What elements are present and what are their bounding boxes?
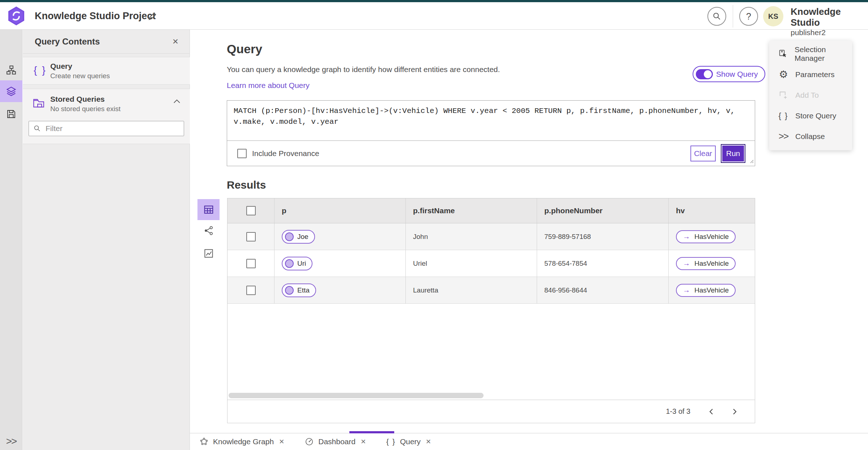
user-info: Knowledge Studio publisher2 [791, 7, 868, 37]
horizontal-scrollbar[interactable] [229, 393, 484, 398]
node-icon [285, 259, 294, 268]
column-header-phonenumber[interactable]: p.phoneNumber [544, 206, 603, 215]
table-icon [203, 204, 214, 215]
pagination-bar: 1-3 of 3 [227, 400, 755, 423]
rail-save-button[interactable] [0, 103, 22, 125]
column-header-hv[interactable]: hv [676, 206, 685, 215]
dashboard-gauge-icon [305, 437, 314, 446]
rail-layers-button[interactable] [0, 80, 22, 102]
menu-item-add-to[interactable]: Add To [769, 85, 852, 105]
node-pill[interactable]: Etta [282, 283, 316, 297]
add-to-icon [778, 91, 789, 100]
filter-input[interactable] [46, 124, 176, 133]
edit-title-button[interactable] [145, 9, 158, 22]
app-window: Knowledge Studio Project ? KS Knowledge … [0, 0, 868, 450]
query-item-sublabel: Create new queries [50, 72, 110, 80]
resize-handle-icon[interactable] [749, 159, 754, 165]
edge-label: HasVehicle [694, 260, 729, 268]
stored-queries-label: Stored Queries [50, 95, 120, 104]
learn-more-link[interactable]: Learn more about Query [227, 81, 310, 90]
table-empty-area [227, 304, 755, 399]
help-button[interactable]: ? [739, 7, 758, 26]
node-pill[interactable]: Uri [282, 257, 312, 270]
network-icon [203, 225, 214, 236]
query-contents-panel: Query Contents ✕ { } Query Create new qu… [23, 30, 190, 450]
avatar-initials: KS [768, 12, 778, 21]
edge-pill[interactable]: →HasVehicle [676, 230, 736, 243]
graph-view-button[interactable] [203, 225, 214, 236]
table-view-button[interactable] [197, 199, 220, 220]
node-label: Joe [297, 233, 309, 241]
menu-item-parameters[interactable]: ⚙ Parameters [769, 64, 852, 85]
table-row[interactable]: Uri Uriel 578-654-7854 →HasVehicle [227, 250, 755, 277]
stored-queries-sublabel: No stored queries exist [50, 105, 120, 113]
node-icon [285, 286, 294, 295]
toggle-switch[interactable] [696, 69, 713, 79]
run-button[interactable]: Run [721, 144, 745, 163]
tab-label: Dashboard [318, 437, 356, 446]
rail-expand-button[interactable]: >> [0, 436, 22, 447]
menu-item-label: Selection Manager [795, 45, 852, 63]
chevron-right-icon [731, 408, 738, 415]
rail-hierarchy-button[interactable] [0, 59, 22, 81]
edge-pill[interactable]: →HasVehicle [676, 257, 736, 270]
tab-knowledge-graph[interactable]: Knowledge Graph ✕ [198, 433, 286, 450]
include-provenance-checkbox[interactable] [237, 149, 247, 158]
node-pill[interactable]: Joe [282, 230, 315, 244]
tab-label: Query [400, 437, 421, 446]
query-item-label: Query [50, 62, 110, 71]
previous-page-button[interactable] [704, 404, 719, 419]
column-header-firstname[interactable]: p.firstName [413, 206, 455, 215]
cell-phonenumber: 759-889-57168 [544, 233, 591, 241]
panel-close-button[interactable]: ✕ [170, 36, 181, 47]
chevron-up-icon [173, 98, 181, 104]
close-icon[interactable]: ✕ [426, 438, 431, 446]
row-checkbox[interactable] [246, 259, 256, 268]
column-header-p[interactable]: p [282, 206, 286, 215]
edge-arrow-icon: → [683, 232, 690, 241]
toggle-label: Show Query [716, 70, 758, 79]
collapse-section-button[interactable] [173, 98, 181, 106]
edge-label: HasVehicle [694, 286, 729, 294]
menu-item-selection-manager[interactable]: Selection Manager [769, 43, 852, 64]
node-label: Etta [297, 286, 310, 294]
knowledge-graph-icon [199, 437, 209, 446]
menu-item-collapse[interactable]: >> Collapse [769, 126, 852, 147]
braces-icon: { } [778, 111, 789, 121]
close-icon[interactable]: ✕ [279, 438, 284, 446]
page-description: You can query a knowledge graph to ident… [227, 65, 500, 74]
cell-firstname: John [413, 233, 428, 241]
filter-field [29, 121, 184, 136]
menu-item-store-query[interactable]: { } Store Query [769, 105, 852, 126]
chevron-left-icon [708, 408, 715, 415]
sidebar-item-query[interactable]: { } Query Create new queries [23, 57, 190, 85]
show-query-toggle[interactable]: Show Query [693, 66, 765, 82]
table-row[interactable]: Joe John 759-889-57168 →HasVehicle [227, 223, 755, 250]
edge-arrow-icon: → [683, 286, 690, 294]
left-icon-rail: >> [0, 30, 22, 450]
tab-query[interactable]: { } Query ✕ [385, 433, 433, 450]
select-all-checkbox[interactable] [246, 206, 256, 215]
query-toolbar: Include Provenance Clear Run [227, 141, 755, 166]
topbar: Knowledge Studio Project ? KS Knowledge … [0, 2, 868, 30]
table-header-row: p p.firstName p.phoneNumber hv [227, 198, 755, 223]
clear-button[interactable]: Clear [690, 146, 716, 161]
query-textarea[interactable]: MATCH (p:Person)-[hv:HasVehicle]->(v:Veh… [227, 101, 755, 141]
row-checkbox[interactable] [246, 286, 256, 295]
user-avatar[interactable]: KS [763, 6, 783, 26]
tab-dashboard[interactable]: Dashboard ✕ [303, 433, 367, 450]
project-title: Knowledge Studio Project [35, 2, 156, 30]
search-icon [33, 125, 41, 133]
table-row[interactable]: Etta Lauretta 846-956-8644 →HasVehicle [227, 277, 755, 304]
close-icon[interactable]: ✕ [361, 438, 366, 446]
edge-pill[interactable]: →HasVehicle [676, 284, 736, 297]
menu-item-label: Collapse [795, 132, 825, 141]
folder-icon [32, 97, 45, 110]
query-actions-menu: Selection Manager ⚙ Parameters Add To { … [769, 41, 852, 150]
search-button[interactable] [707, 7, 726, 26]
next-page-button[interactable] [727, 404, 742, 419]
pencil-icon [146, 10, 157, 21]
main-content: Query You can query a knowledge graph to… [190, 30, 868, 433]
chart-view-button[interactable] [203, 248, 214, 259]
row-checkbox[interactable] [246, 232, 256, 241]
